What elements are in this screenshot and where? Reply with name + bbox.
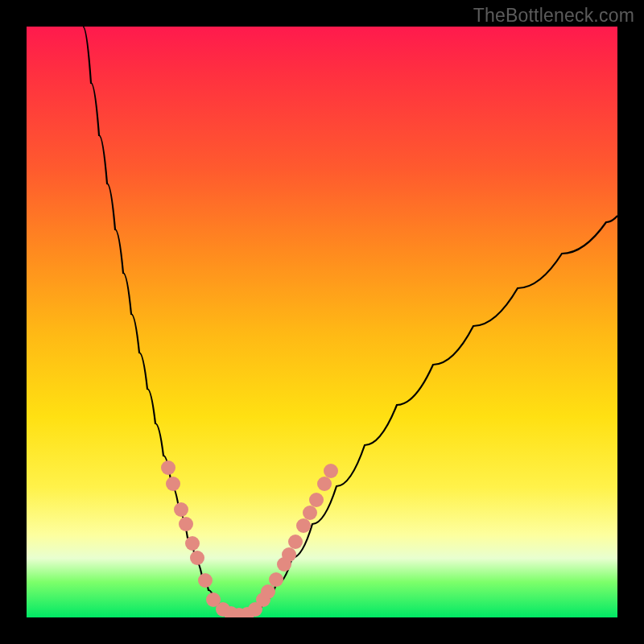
data-point-marker — [179, 517, 193, 531]
data-point-marker — [161, 460, 175, 475]
data-point-marker — [185, 536, 200, 551]
data-point-marker — [282, 547, 296, 562]
data-point-marker — [269, 572, 283, 587]
data-point-marker — [288, 535, 303, 549]
chart-stage: TheBottleneck.com — [0, 0, 644, 644]
chart-svg — [27, 27, 617, 617]
data-point-marker — [324, 464, 338, 478]
data-point-marker — [174, 502, 188, 517]
data-point-marker — [166, 477, 180, 491]
data-point-marker — [198, 573, 213, 588]
data-point-marker — [296, 518, 311, 533]
data-point-marker — [303, 506, 317, 520]
data-point-marker — [261, 584, 275, 599]
data-point-marker — [317, 477, 332, 491]
watermark-text: TheBottleneck.com — [473, 5, 634, 27]
data-point-marker — [309, 493, 324, 507]
bottleneck-curve — [83, 27, 617, 617]
plot-area — [27, 27, 617, 617]
data-point-marker — [190, 551, 204, 565]
